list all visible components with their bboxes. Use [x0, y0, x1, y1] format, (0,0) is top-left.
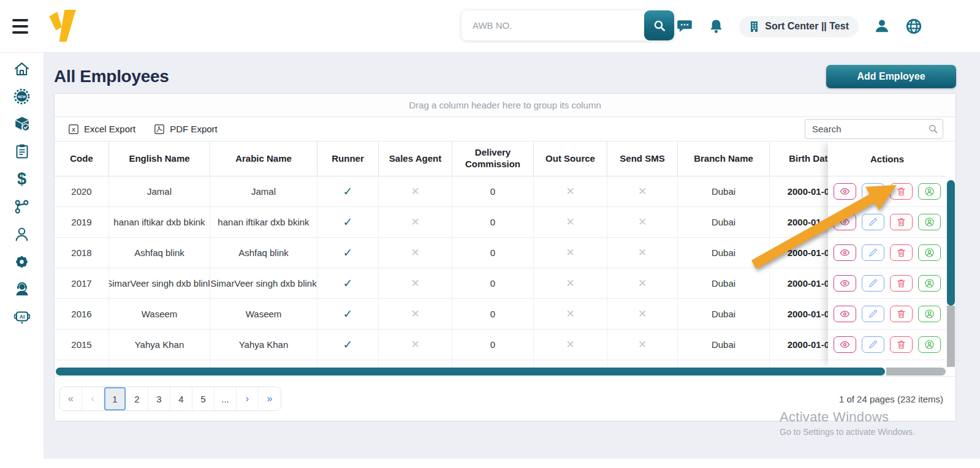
awb-search-input[interactable]	[462, 10, 644, 40]
employee-profile-icon	[924, 186, 935, 197]
chat-button[interactable]	[676, 18, 693, 35]
awb-search-button[interactable]	[644, 10, 674, 40]
home-icon	[13, 61, 30, 77]
column-header-actions: Actions	[828, 142, 946, 176]
vertical-scrollbar-track[interactable]	[947, 306, 955, 367]
delete-employee-button[interactable]	[890, 244, 913, 261]
employee-profile-button[interactable]	[918, 244, 941, 261]
column-header-arabic_name[interactable]: Arabic Name	[210, 142, 317, 176]
sidebar-item-settings[interactable]	[12, 253, 32, 270]
employee-profile-button[interactable]	[918, 214, 941, 230]
edit-employee-button[interactable]	[862, 275, 884, 292]
vertical-scrollbar[interactable]	[946, 176, 955, 367]
menu-toggle-button[interactable]	[12, 19, 29, 34]
cell-english_name	[109, 360, 210, 367]
cell-delivery_commission: 0	[452, 299, 534, 330]
horizontal-scrollbar-track[interactable]	[886, 368, 946, 376]
column-header-english_name[interactable]: English Name	[109, 142, 210, 176]
cell-runner: ✓	[317, 268, 379, 299]
view-employee-button[interactable]	[834, 336, 856, 353]
trash-icon	[896, 339, 906, 350]
cell-runner	[317, 360, 379, 367]
actions-cell	[828, 268, 946, 299]
sidebar-item-ai-assistant[interactable]: AI	[12, 308, 32, 325]
sidebar-item-customers[interactable]	[12, 225, 32, 243]
view-employee-button[interactable]	[834, 275, 856, 292]
cell-arabic_name	[210, 360, 317, 367]
cross-icon: ✕	[411, 338, 419, 351]
delete-employee-button[interactable]	[890, 336, 913, 353]
cell-code: 2015	[55, 330, 109, 360]
excel-export-button[interactable]: X Excel Export	[68, 124, 135, 135]
edit-employee-button[interactable]	[862, 244, 884, 261]
column-header-delivery_commission[interactable]: Delivery Commission	[452, 142, 534, 176]
column-header-send_sms[interactable]: Send SMS	[607, 142, 678, 176]
actions-cell	[828, 360, 946, 367]
sidebar-item-new-features[interactable]: NEW	[12, 88, 32, 105]
edit-employee-button[interactable]	[862, 183, 884, 200]
cell-english_name: Yahya Khan	[109, 330, 210, 360]
pager-page-2[interactable]: 2	[126, 387, 148, 410]
cell-english_name: Jamal	[109, 176, 210, 207]
check-icon: ✓	[343, 215, 353, 229]
building-icon	[749, 21, 759, 32]
pager-next-button[interactable]: ›	[237, 387, 259, 410]
finance-dollar-icon: $	[17, 171, 26, 187]
employee-profile-button[interactable]	[918, 306, 941, 322]
sidebar-item-support[interactable]	[12, 281, 32, 298]
sidebar-item-home[interactable]	[12, 60, 32, 77]
ai-badge: AI	[19, 314, 25, 320]
delete-employee-button[interactable]	[890, 214, 913, 230]
employee-profile-button[interactable]	[918, 275, 941, 292]
pager-page-1[interactable]: 1	[104, 387, 126, 410]
column-header-sales_agent[interactable]: Sales Agent	[379, 142, 452, 176]
header-actions: Sort Center || Test	[676, 0, 922, 53]
cross-icon: ✕	[566, 338, 574, 351]
edit-employee-button[interactable]	[862, 306, 884, 322]
pager-ellipsis[interactable]: ...	[215, 387, 237, 410]
edit-employee-button[interactable]	[862, 214, 884, 230]
pager-last-button[interactable]: »	[259, 387, 281, 410]
language-button[interactable]	[905, 18, 922, 35]
pdf-export-button[interactable]: PDF Export	[154, 124, 218, 135]
column-header-runner[interactable]: Runner	[317, 142, 379, 176]
column-header-branch[interactable]: Branch Name	[678, 142, 770, 176]
sort-center-selector[interactable]: Sort Center || Test	[739, 16, 859, 37]
edit-employee-button[interactable]	[862, 336, 884, 353]
pencil-icon	[868, 339, 878, 350]
vertical-scrollbar-thumb[interactable]	[947, 180, 955, 306]
employee-profile-button[interactable]	[918, 183, 941, 200]
horizontal-scrollbar-thumb[interactable]	[56, 368, 885, 376]
add-employee-button[interactable]: Add Employee	[826, 65, 956, 88]
employee-profile-button[interactable]	[918, 336, 941, 353]
delete-employee-button[interactable]	[890, 183, 913, 200]
view-employee-button[interactable]	[834, 244, 856, 261]
delete-employee-button[interactable]	[890, 306, 913, 322]
pager-first-button[interactable]: «	[60, 387, 82, 410]
pager-page-3[interactable]: 3	[148, 387, 170, 410]
pager-page-5[interactable]: 5	[192, 387, 215, 410]
cell-english_name: hanan iftikar dxb bkink	[109, 207, 210, 238]
profile-button[interactable]	[873, 18, 891, 35]
cross-icon: ✕	[638, 308, 647, 320]
view-employee-button[interactable]	[834, 183, 856, 200]
pager-prev-button[interactable]: ‹	[82, 387, 104, 410]
group-panel[interactable]: Drag a column header here to group its c…	[55, 94, 955, 117]
cell-runner: ✓	[317, 238, 379, 268]
sidebar-item-orders[interactable]	[12, 115, 32, 132]
delete-employee-button[interactable]	[890, 275, 913, 292]
sidebar-item-finance[interactable]: $	[12, 170, 32, 187]
view-employee-button[interactable]	[834, 306, 856, 322]
horizontal-scrollbar[interactable]	[55, 367, 955, 377]
sidebar-item-integrations[interactable]	[12, 198, 32, 215]
cell-runner: ✓	[317, 299, 379, 330]
trash-icon	[896, 309, 906, 319]
notifications-button[interactable]	[708, 18, 724, 35]
sidebar-item-reports[interactable]	[12, 143, 32, 160]
column-header-code[interactable]: Code	[55, 142, 109, 176]
view-employee-button[interactable]	[834, 214, 856, 230]
column-header-out_source[interactable]: Out Source	[534, 142, 607, 176]
brand-logo[interactable]	[47, 8, 78, 46]
pager-page-4[interactable]: 4	[170, 387, 192, 410]
grid-search-input[interactable]	[805, 119, 943, 139]
